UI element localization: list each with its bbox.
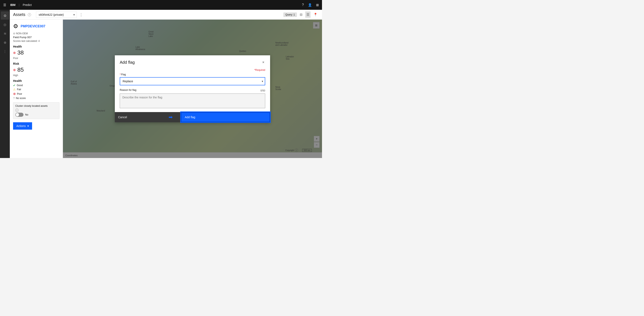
legend-title: Health: [13, 79, 60, 82]
sidebar-item-home[interactable]: ⊙: [1, 11, 9, 19]
health-legend: Health ✔ Good ⚠ Fair ⊗ Poor ?: [13, 79, 60, 100]
cluster-toggle[interactable]: [15, 113, 24, 117]
legend-noscore-label: No score: [16, 97, 26, 100]
health-score-value: 38: [17, 49, 24, 56]
health-score-label: Poor: [13, 57, 60, 60]
query-badge[interactable]: Query: 1: [284, 12, 297, 17]
risk-section-title: Risk: [13, 62, 60, 65]
health-score-row: ⊗ 38: [13, 49, 60, 56]
flag-required-star: *: [120, 73, 121, 76]
add-flag-button[interactable]: Add flag: [181, 112, 270, 122]
legend-fair: ⚠ Fair: [13, 88, 60, 91]
device-header: ⚙ PMPDEVICE007: [13, 23, 60, 29]
legend-poor-label: Poor: [17, 92, 22, 95]
flag-field-label: * Flag: [120, 73, 265, 76]
good-icon: ✔: [13, 84, 16, 87]
oem-label: NON-OEM: [16, 32, 28, 35]
assets-title: Assets: [13, 12, 25, 17]
toggle-label: No: [25, 113, 28, 116]
cluster-info-icon[interactable]: i: [15, 109, 18, 112]
health-section-title: Health: [13, 45, 60, 48]
risk-score-row: ⊗ 85: [13, 66, 60, 73]
sidebar-item-health[interactable]: ⊕: [1, 38, 9, 46]
sidebar-item-hierarchy[interactable]: ⋮: [1, 47, 9, 55]
workspace-dropdown[interactable]: s60think22 (private): [36, 12, 77, 18]
device-scores-label: Scores last calculated: 4: [13, 40, 60, 42]
flag-label-text: Flag: [121, 73, 126, 76]
legend-poor: ⊗ Poor: [13, 92, 60, 96]
topnav-right: ? 👤 ⊞: [302, 3, 319, 7]
map-view-icon[interactable]: 📍: [312, 11, 319, 18]
map-area[interactable]: GreatSlaveLake LakeAthabasca Quebec Newf…: [63, 19, 322, 158]
modal-header: Add flag ×: [115, 55, 270, 69]
risk-status-icon: ⊗: [13, 68, 16, 72]
app-name: Predict: [23, 3, 32, 6]
add-flag-modal: Add flag × *Required * Flag: [115, 55, 270, 122]
modal-required-note: *Required: [115, 69, 270, 73]
reason-header: Reason for flag 0/50: [120, 89, 265, 93]
user-icon[interactable]: 👤: [308, 3, 312, 7]
filter-icon[interactable]: ⊟: [298, 11, 304, 18]
char-count: 0/50: [260, 89, 265, 92]
ibm-brand: IBM: [10, 3, 16, 6]
add-flag-wrapper: ➡ Add flag: [181, 112, 270, 122]
modal-close-button[interactable]: ×: [261, 59, 265, 65]
modal-body: * Flag Replace Inspect Repair ▾: [115, 73, 270, 109]
sidebar-item-location[interactable]: ◎: [1, 20, 9, 28]
actions-dropdown-arrow-icon: ▾: [28, 124, 29, 128]
legend-good-label: Good: [17, 84, 23, 87]
noscore-icon: ?: [13, 97, 15, 100]
poor-icon: ⊗: [13, 92, 16, 96]
assets-header-actions: Query: 1 ⊟ ☰ 📍: [284, 11, 319, 18]
asset-detail-panel: ⚙ PMPDEVICE007 ⊙ NON-OEM Field Pump 007 …: [10, 19, 63, 158]
top-navigation: ☰ IBM | Predict ? 👤 ⊞: [0, 0, 322, 10]
legend-good: ✔ Good: [13, 84, 60, 87]
reason-label: Reason for flag: [120, 89, 136, 91]
reason-textarea[interactable]: [120, 93, 265, 108]
content-area: ⚙ PMPDEVICE007 ⊙ NON-OEM Field Pump 007 …: [10, 19, 322, 158]
cluster-toggle-row: No: [15, 113, 57, 117]
risk-score-label: High: [13, 74, 60, 77]
device-type-meta: ⊙ NON-OEM: [13, 32, 60, 35]
assets-header: Assets i s60think22 (private) ▾ ⋮ Query:…: [10, 10, 322, 19]
cluster-text: Cluster closely located assets: [15, 104, 57, 107]
device-field-label: Field Pump 007: [13, 36, 60, 39]
legend-fair-label: Fair: [17, 88, 21, 91]
assets-info-icon[interactable]: i: [28, 13, 31, 16]
device-name[interactable]: PMPDEVICE007: [21, 24, 45, 28]
apps-grid-icon[interactable]: ⊞: [316, 3, 319, 7]
legend-noscore: ? No score: [13, 97, 60, 100]
main-layout: ⊙ ◎ ≋ ⊕ ⋮ Assets i s60think22 (private) …: [0, 10, 322, 158]
workspace-dropdown-wrapper: s60think22 (private) ▾: [33, 12, 77, 18]
modal-footer: Cancel ➡ Add flag: [115, 112, 270, 122]
help-icon[interactable]: ?: [302, 3, 304, 7]
brand-divider: |: [19, 3, 20, 6]
actions-button[interactable]: Actions ▾: [13, 122, 32, 130]
fair-icon: ⚠: [13, 88, 16, 91]
arrow-indicator: ➡: [168, 114, 173, 120]
health-status-icon: ⊗: [13, 51, 16, 55]
risk-score-value: 85: [17, 66, 24, 73]
hamburger-menu-icon[interactable]: ☰: [3, 3, 6, 7]
device-image-icon: ⚙: [13, 23, 18, 29]
flag-select-wrapper: Replace Inspect Repair ▾: [120, 77, 265, 85]
modal-title: Add flag: [120, 60, 135, 65]
sidebar-item-chart[interactable]: ≋: [1, 29, 9, 37]
flag-dropdown[interactable]: Replace Inspect Repair: [120, 77, 265, 85]
actions-label: Actions: [16, 124, 26, 128]
oem-icon: ⊙: [13, 32, 15, 35]
left-sidebar: ⊙ ◎ ≋ ⊕ ⋮: [0, 10, 10, 158]
toggle-knob: [16, 113, 19, 116]
more-options-icon[interactable]: ⋮: [79, 12, 83, 17]
main-content: Assets i s60think22 (private) ▾ ⋮ Query:…: [10, 10, 322, 158]
cluster-box: Cluster closely located assets i No: [13, 102, 60, 119]
list-view-icon[interactable]: ☰: [305, 11, 310, 18]
required-label: Required: [255, 69, 265, 71]
modal-overlay: Add flag × *Required * Flag: [63, 19, 322, 158]
